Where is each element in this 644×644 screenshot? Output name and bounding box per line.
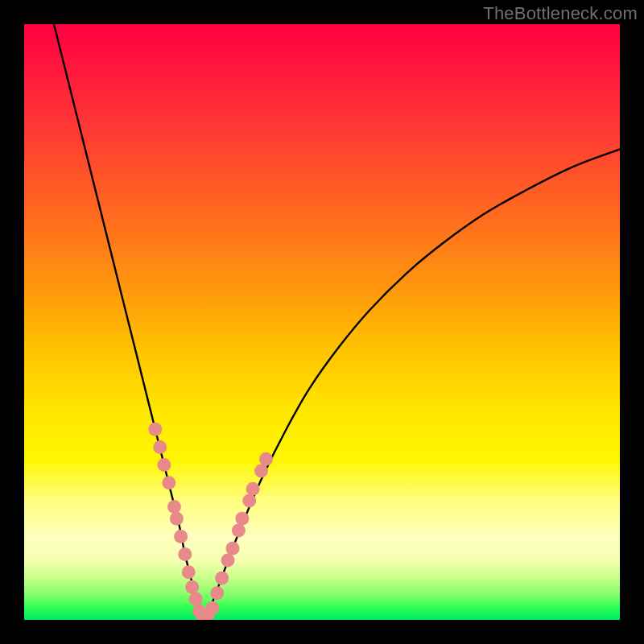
data-marker (182, 565, 196, 579)
data-marker (232, 524, 246, 538)
data-marker (157, 458, 171, 472)
watermark-text: TheBottleneck.com (483, 3, 638, 24)
data-marker (170, 512, 184, 526)
data-marker (210, 586, 224, 600)
plot-area (24, 24, 620, 620)
data-marker (174, 530, 188, 543)
data-markers (148, 423, 273, 620)
data-marker (185, 580, 199, 594)
data-marker (215, 572, 229, 585)
data-marker (246, 482, 260, 496)
bottleneck-curve (54, 24, 620, 617)
data-marker (226, 542, 240, 555)
data-marker (254, 464, 268, 478)
data-marker (189, 592, 203, 606)
data-marker (259, 452, 273, 466)
data-marker (162, 476, 175, 489)
chart-svg (24, 24, 620, 620)
data-marker (167, 500, 181, 514)
data-marker (148, 423, 162, 436)
data-marker (205, 601, 219, 615)
data-marker (178, 547, 192, 561)
data-marker (153, 440, 167, 454)
data-marker (221, 554, 235, 568)
chart-frame: TheBottleneck.com (0, 0, 644, 644)
data-marker (242, 494, 256, 508)
data-marker (235, 512, 249, 526)
